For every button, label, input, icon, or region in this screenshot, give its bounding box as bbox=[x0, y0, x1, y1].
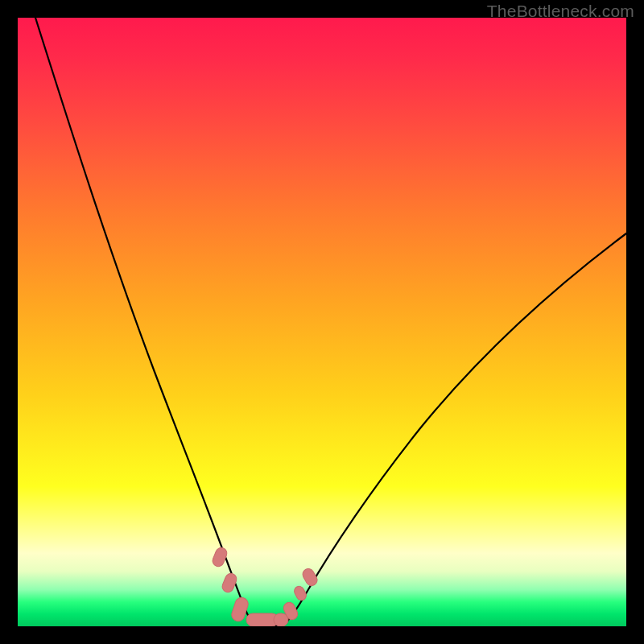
marker-pill bbox=[300, 567, 319, 588]
marker-pill bbox=[292, 584, 308, 602]
marker-pill bbox=[211, 546, 229, 568]
curve-left bbox=[35, 18, 254, 625]
chart-frame: TheBottleneck.com bbox=[0, 0, 644, 644]
watermark-text: TheBottleneck.com bbox=[487, 2, 634, 21]
chart-plot-area bbox=[18, 18, 626, 626]
curve-group bbox=[35, 18, 626, 626]
marker-group bbox=[211, 546, 320, 626]
chart-svg bbox=[18, 18, 626, 626]
marker-pill bbox=[221, 572, 238, 593]
curve-right bbox=[283, 233, 626, 625]
